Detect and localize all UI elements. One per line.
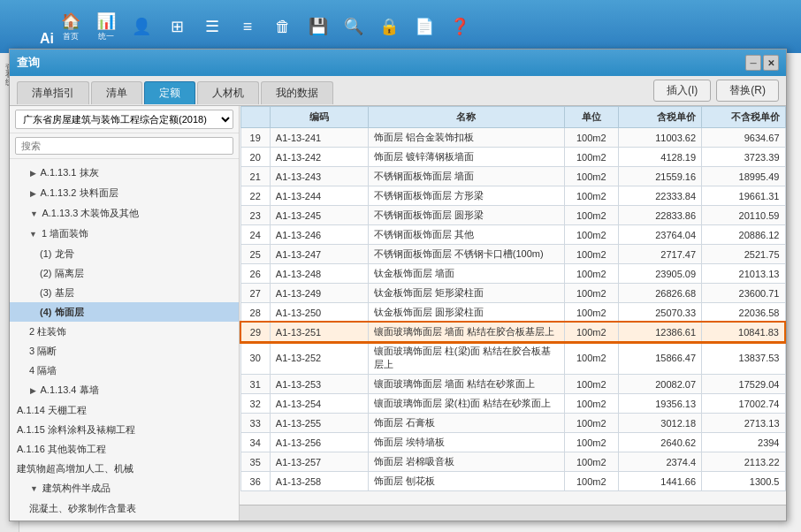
cell-no: 32 [240, 394, 270, 414]
cell-code: A1-13-255 [270, 414, 368, 433]
tree-node-geduan[interactable]: 3 隔断 [10, 341, 239, 361]
tree-node-zhudeco[interactable]: 2 柱装饰 [10, 322, 239, 341]
table-row[interactable]: 30A1-13-252镶面玻璃饰面层 柱(梁)面 粘结在胶合板基层上100m21… [240, 342, 785, 375]
person-toolbar-btn[interactable]: 👤 [126, 11, 157, 42]
tab-qingdan[interactable]: 清单 [91, 81, 142, 104]
doc-toolbar-btn[interactable]: 📄 [408, 11, 440, 42]
tab-qingdan-zhiyin[interactable]: 清单指引 [17, 81, 89, 104]
table-row[interactable]: 36A1-13-258饰面层 刨花板100m21441.661300.5 [240, 472, 785, 491]
table-row[interactable]: 26A1-13-248钛金板饰面层 墙面100m223905.0921013.1… [240, 264, 785, 284]
tree-node-concrete[interactable]: 混凝土、砂浆制作含量表 [10, 498, 239, 518]
cell-code: A1-13-251 [270, 323, 368, 342]
col-header-tax: 含税单价 [618, 107, 701, 128]
list2-toolbar-btn[interactable]: ≡ [232, 11, 263, 42]
cell-unit: 100m2 [564, 167, 618, 186]
search-input[interactable] [15, 137, 233, 155]
dialog-titlebar: 查询 ─ ✕ [10, 49, 786, 76]
tree-node-jiceng[interactable]: (3) 基层 [10, 283, 239, 302]
dialog-body: 广东省房屋建筑与装饰工程综合定额(2018) ▶ A.1.13.1 抹灰 ▶ A… [10, 106, 786, 521]
table-row[interactable]: 31A1-13-253镶面玻璃饰面层 墙面 粘结在砂浆面上100m220082.… [240, 375, 785, 394]
cell-notax-price: 17002.74 [702, 394, 785, 414]
tree-node-a116[interactable]: A.1.16 其他装饰工程 [10, 439, 239, 459]
tree-node-a1133[interactable]: ▼ A.1.13.3 木装饰及其他 [10, 203, 239, 224]
dialog-close-btn[interactable]: ✕ [763, 55, 779, 71]
table-row[interactable]: 29A1-13-251镶面玻璃饰面层 墙面 粘结在胶合板基层上100m21238… [240, 323, 785, 342]
cell-no: 29 [240, 323, 270, 342]
quota-dropdown[interactable]: 广东省房屋建筑与装饰工程综合定额(2018) [15, 110, 233, 129]
cell-unit: 100m2 [564, 245, 618, 264]
col-header-name: 名称 [368, 107, 564, 128]
tree-node-goucheng[interactable]: ▼ 建筑构件半成品 [10, 478, 239, 498]
magnify-toolbar-btn[interactable]: 🔍 [338, 11, 370, 42]
cell-no: 20 [240, 148, 270, 167]
table-row[interactable]: 21A1-13-243不锈钢面板饰面层 墙面100m221559.1618995… [240, 167, 785, 186]
insert-button[interactable]: 插入(I) [653, 80, 711, 102]
table-body: 19A1-13-241饰面层 铝合金装饰扣板100m211003.629634.… [240, 128, 785, 491]
tree-node-wall-deco[interactable]: ▼ 1 墙面装饰 [10, 224, 239, 244]
tree-node-longu[interactable]: (1) 龙骨 [10, 244, 239, 263]
table-row[interactable]: 32A1-13-254镶面玻璃饰面层 梁(柱)面 粘结在砂浆面上100m2193… [240, 394, 785, 414]
cell-tax-price: 25070.33 [618, 303, 701, 323]
table-row[interactable]: 27A1-13-249钛金板饰面层 矩形梁柱面100m226826.682360… [240, 284, 785, 303]
table-row[interactable]: 35A1-13-257饰面层 岩棉吸音板100m22374.42113.22 [240, 452, 785, 472]
tree-node-a115[interactable]: A.1.15 涂料涂料及裱糊工程 [10, 420, 239, 439]
stats-toolbar-btn[interactable]: 📊 统一 [90, 11, 122, 42]
col-header-notax: 不含税单价 [702, 107, 785, 128]
save-toolbar-btn[interactable]: 💾 [302, 11, 334, 42]
cell-tax-price: 2374.4 [618, 452, 701, 472]
cell-name: 饰面层 镀锌薄钢板墙面 [368, 148, 564, 167]
cell-unit: 100m2 [564, 433, 618, 452]
cell-notax-price: 2394 [702, 433, 785, 452]
tree-node-a1131[interactable]: ▶ A.1.13.1 抹灰 [10, 163, 239, 183]
tree-node-shimian[interactable]: (4) 饰面层 [10, 302, 239, 322]
replace-button[interactable]: 替换(R) [716, 80, 779, 102]
cell-name: 不锈钢面板饰面层 不锈钢卡口槽(100m) [368, 245, 564, 264]
tree-node-a1134[interactable]: ▶ A.1.13.4 幕墙 [10, 380, 239, 400]
cell-notax-price: 3723.39 [702, 148, 785, 167]
cell-name: 饰面层 刨花板 [368, 472, 564, 491]
cell-name: 镶面玻璃饰面层 墙面 粘结在胶合板基层上 [368, 323, 564, 342]
grid-toolbar-btn[interactable]: ⊞ [161, 11, 193, 42]
tab-rencaiji[interactable]: 人材机 [197, 81, 259, 104]
table-row[interactable]: 20A1-13-242饰面层 镀锌薄钢板墙面100m24128.193723.3… [240, 148, 785, 167]
tree-node-a114[interactable]: A.1.14 天棚工程 [10, 400, 239, 420]
cell-no: 34 [240, 433, 270, 452]
tree-node-geli[interactable]: (2) 隔离层 [10, 263, 239, 283]
lock-toolbar-btn[interactable]: 🔒 [373, 11, 405, 42]
table-row[interactable]: 24A1-13-246不锈钢面板饰面层 其他100m223764.0420886… [240, 225, 785, 245]
tree-node-a1132[interactable]: ▶ A.1.13.2 块料面层 [10, 183, 239, 203]
table-row[interactable]: 25A1-13-247不锈钢面板饰面层 不锈钢卡口槽(100m)100m2271… [240, 245, 785, 264]
table-row[interactable]: 33A1-13-255饰面层 石膏板100m23012.182713.13 [240, 414, 785, 433]
trash-toolbar-btn[interactable]: 🗑 [267, 11, 299, 42]
cell-notax-price: 2521.75 [702, 245, 785, 264]
dialog-min-btn[interactable]: ─ [745, 55, 761, 71]
tree-node-garden[interactable]: ▶ 园林建筑 [10, 518, 239, 521]
cell-unit: 100m2 [564, 148, 618, 167]
tab-dinge[interactable]: 定额 [144, 81, 195, 104]
help-toolbar-btn[interactable]: ❓ [444, 11, 476, 42]
tree-node-geqiang[interactable]: 4 隔墙 [10, 361, 239, 380]
tab-wode[interactable]: 我的数据 [261, 81, 333, 104]
table-row[interactable]: 22A1-13-244不锈钢面板饰面层 方形梁100m222333.841966… [240, 186, 785, 206]
cell-tax-price: 26826.68 [618, 284, 701, 303]
cell-notax-price: 20886.12 [702, 225, 785, 245]
cell-tax-price: 21559.16 [618, 167, 701, 186]
cell-name: 钛金板饰面层 圆形梁柱面 [368, 303, 564, 323]
cell-notax-price: 1300.5 [702, 472, 785, 491]
cell-name: 镶面玻璃饰面层 柱(梁)面 粘结在胶合板基层上 [368, 342, 564, 375]
tree-node-chaogao[interactable]: 建筑物超高增加人工、机械 [10, 459, 239, 478]
cell-tax-price: 15866.47 [618, 342, 701, 375]
cell-unit: 100m2 [564, 303, 618, 323]
table-row[interactable]: 34A1-13-256饰面层 埃特墙板100m22640.622394 [240, 433, 785, 452]
cell-name: 钛金板饰面层 矩形梁柱面 [368, 284, 564, 303]
table-row[interactable]: 23A1-13-245不锈钢面板饰面层 圆形梁100m222833.862011… [240, 206, 785, 225]
cell-notax-price: 2113.22 [702, 452, 785, 472]
cell-tax-price: 20082.07 [618, 375, 701, 394]
cell-code: A1-13-246 [270, 225, 368, 245]
home-toolbar-btn[interactable]: 🏠 首页 [55, 11, 87, 42]
table-row[interactable]: 28A1-13-250钛金板饰面层 圆形梁柱面100m225070.332203… [240, 303, 785, 323]
cell-tax-price: 4128.19 [618, 148, 701, 167]
list-toolbar-btn[interactable]: ☰ [196, 11, 228, 42]
table-row[interactable]: 19A1-13-241饰面层 铝合金装饰扣板100m211003.629634.… [240, 128, 785, 148]
search-box-container [10, 133, 239, 159]
